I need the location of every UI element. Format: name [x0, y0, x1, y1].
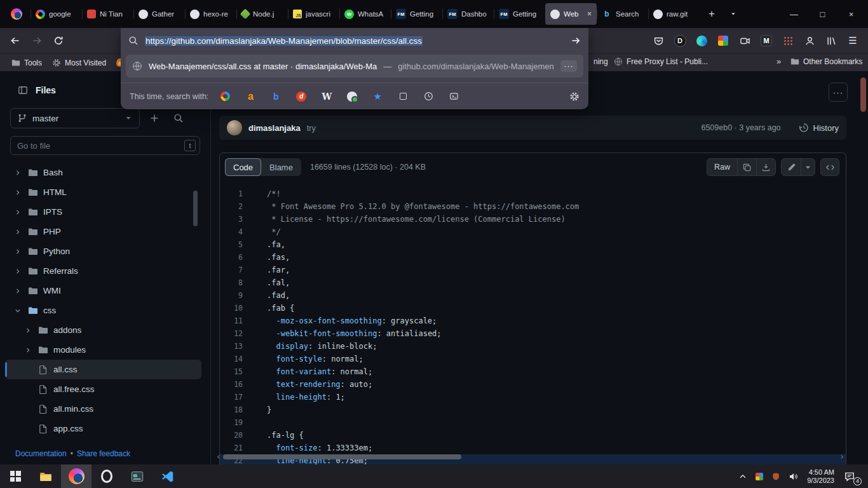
- documentation-link[interactable]: Documentation: [15, 449, 67, 458]
- tree-item-bash[interactable]: Bash: [5, 163, 201, 182]
- scroll-right-icon[interactable]: [839, 454, 845, 460]
- history-button[interactable]: History: [799, 123, 839, 133]
- tray-app-icon[interactable]: [756, 473, 763, 480]
- browser-tab-google[interactable]: google: [31, 3, 82, 25]
- pinned-firefox-tab[interactable]: [3, 3, 31, 25]
- taskbar-explorer-button[interactable]: [31, 464, 61, 488]
- scroll-left-icon[interactable]: [215, 454, 222, 460]
- toolbar-menu-icon[interactable]: ☰: [843, 30, 863, 51]
- taskbar-window-button[interactable]: [122, 464, 153, 488]
- edit-button[interactable]: [782, 159, 801, 175]
- url-suggestion-row[interactable]: Web-Manajemen/css/all.css at master · di…: [126, 55, 583, 78]
- line-number[interactable]: 8: [220, 276, 254, 289]
- search-engine-history-icon[interactable]: [422, 90, 435, 103]
- line-number[interactable]: 16: [220, 378, 254, 391]
- url-input[interactable]: https://github.com/dimaslanjaka/Web-Mana…: [145, 36, 564, 46]
- line-number[interactable]: 17: [220, 391, 254, 403]
- edit-dropdown-button[interactable]: [801, 159, 815, 175]
- forward-button[interactable]: [27, 30, 47, 51]
- browser-tab-whatsa[interactable]: wWhatsA: [339, 3, 391, 25]
- toolbar-red-grid-icon[interactable]: [778, 30, 798, 51]
- branch-selector[interactable]: master: [10, 108, 140, 128]
- new-tab-button[interactable]: +: [702, 4, 721, 24]
- download-button[interactable]: [756, 159, 775, 175]
- toolbar-camera-icon[interactable]: [735, 30, 755, 51]
- tree-item-ipts[interactable]: IPTS: [5, 202, 201, 222]
- raw-button[interactable]: Raw: [707, 159, 737, 175]
- browser-tab-getting[interactable]: FMGetting: [391, 3, 442, 25]
- line-number[interactable]: 12: [220, 327, 254, 340]
- tab-close-icon[interactable]: ×: [587, 10, 592, 18]
- tray-shield-icon[interactable]: [771, 472, 780, 481]
- browser-tab-hexo-re[interactable]: hexo-re: [185, 3, 236, 25]
- search-engine-github-icon[interactable]: [346, 90, 358, 103]
- volume-icon[interactable]: [789, 471, 799, 482]
- tree-item-all-free-css[interactable]: all.free.css: [5, 379, 201, 399]
- tab-list-dropdown-icon[interactable]: [724, 4, 743, 24]
- action-center-button[interactable]: 4: [844, 471, 855, 482]
- tree-item-php[interactable]: PHP: [5, 222, 201, 241]
- bookmark-most-visited[interactable]: Most Visited: [47, 57, 111, 69]
- toolbar-container-icon[interactable]: [691, 30, 712, 51]
- browser-tab-search[interactable]: bSearch: [597, 3, 648, 25]
- toolbar-library-icon[interactable]: [821, 30, 841, 51]
- toolbar-colorful-icon[interactable]: [713, 30, 733, 51]
- commit-message[interactable]: try: [307, 123, 316, 133]
- bookmark-tools[interactable]: Tools: [6, 57, 47, 69]
- maximize-button[interactable]: □: [808, 0, 837, 28]
- browser-tab-ni-tian[interactable]: Ni Tian: [82, 3, 133, 25]
- browser-tab-getting[interactable]: FMGetting: [494, 3, 545, 25]
- browser-tab-raw-git[interactable]: raw.git: [648, 3, 700, 25]
- taskbar-vscode-button[interactable]: [153, 464, 183, 488]
- line-number[interactable]: 1: [220, 187, 254, 200]
- browser-tab-node-j[interactable]: Node.j: [236, 3, 288, 25]
- taskbar-firefox-button[interactable]: [61, 464, 92, 488]
- horizontal-scrollbar-track[interactable]: [223, 454, 837, 460]
- search-engine-duckduckgo-icon[interactable]: d: [295, 90, 308, 103]
- toolbar-profile-icon[interactable]: [799, 30, 820, 51]
- refresh-button[interactable]: [48, 30, 69, 51]
- bookmarks-overflow-button[interactable]: »: [773, 56, 785, 67]
- tree-item-css[interactable]: css: [5, 301, 201, 320]
- tray-expand-icon[interactable]: [738, 472, 747, 481]
- search-engine-wikipedia-icon[interactable]: W: [320, 90, 333, 103]
- suggestion-menu-button[interactable]: ···: [560, 60, 577, 72]
- blame-tab[interactable]: Blame: [261, 158, 301, 176]
- go-to-file-input[interactable]: [10, 136, 200, 155]
- search-settings-gear-icon[interactable]: [569, 92, 580, 102]
- page-options-button[interactable]: ···: [829, 83, 848, 102]
- go-arrow-icon[interactable]: [571, 36, 581, 46]
- search-engine-bookmarks-icon[interactable]: ★: [371, 90, 384, 103]
- commit-author[interactable]: dimaslanjaka: [248, 123, 301, 133]
- tree-item-app-css[interactable]: app.css: [5, 419, 201, 438]
- tree-item-all-css[interactable]: all.css: [5, 360, 201, 379]
- line-number[interactable]: 19: [220, 416, 254, 429]
- line-number[interactable]: 10: [220, 302, 254, 315]
- copy-button[interactable]: [737, 159, 756, 175]
- toolbar-m-badge-icon[interactable]: M: [756, 30, 776, 51]
- symbols-button[interactable]: [820, 158, 839, 176]
- collapse-sidebar-icon[interactable]: [18, 85, 28, 95]
- sidebar-scrollbar-thumb[interactable]: [193, 191, 198, 226]
- code-tab[interactable]: Code: [225, 158, 261, 176]
- horizontal-scrollbar[interactable]: [215, 452, 845, 461]
- tree-item-python[interactable]: Python: [5, 241, 201, 261]
- search-engine-tabs-icon[interactable]: [397, 90, 409, 103]
- line-number[interactable]: 9: [220, 289, 254, 302]
- tree-item-wmi[interactable]: WMI: [5, 281, 201, 301]
- line-number[interactable]: 3: [220, 213, 254, 226]
- other-bookmarks-button[interactable]: Other Bookmarks: [785, 55, 867, 68]
- line-number[interactable]: 20: [220, 429, 254, 442]
- back-button[interactable]: [5, 30, 25, 51]
- search-engine-bing-icon[interactable]: b: [269, 90, 282, 103]
- close-button[interactable]: ×: [837, 0, 865, 28]
- line-number[interactable]: 13: [220, 340, 254, 353]
- tree-item-html[interactable]: HTML: [5, 182, 201, 202]
- line-number[interactable]: 14: [220, 353, 254, 365]
- browser-tab-dashbo[interactable]: FMDashbo: [442, 3, 494, 25]
- line-number[interactable]: 18: [220, 403, 254, 416]
- taskbar-opera-button[interactable]: [92, 464, 122, 488]
- line-number[interactable]: 7: [220, 264, 254, 276]
- tree-item-modules[interactable]: modules: [5, 340, 201, 360]
- line-number[interactable]: 15: [220, 365, 254, 378]
